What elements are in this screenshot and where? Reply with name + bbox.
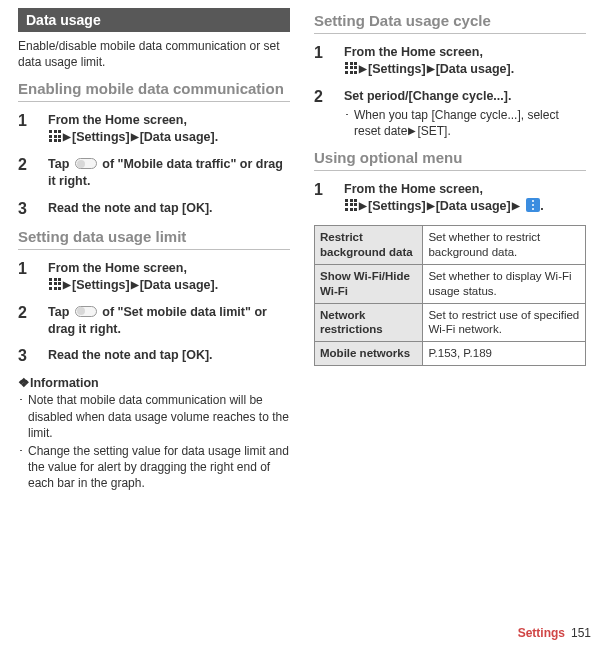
step-text: Read the note and tap [OK]. [48,200,290,217]
arrow-icon: ▶ [359,62,367,76]
info-text: Change the setting value for data usage … [28,443,290,492]
footer-section: Settings [518,626,565,640]
step-text: Read the note and tap [OK]. [48,347,290,364]
step-row: 2 Tap of "Mobile data traffic" or drag i… [18,156,290,190]
table-row: Restrict background data Set whether to … [315,225,586,264]
apps-grid-icon [345,62,357,74]
path-settings: [Settings] [72,130,130,144]
step-number: 2 [18,304,48,338]
menu-icon [526,198,540,212]
step-pre: From the Home screen, [48,261,187,275]
bullet-icon: ･ [344,107,354,139]
arrow-icon: ▶ [427,199,435,213]
section-enabling-title: Enabling mobile data communication [18,80,290,102]
step-pre: From the Home screen, [344,182,483,196]
apps-grid-icon [49,130,61,142]
arrow-icon: ▶ [131,130,139,144]
information-item: ･ Note that mobile data communication wi… [18,392,290,441]
arrow-icon: ▶ [63,278,71,292]
step-number: 1 [18,260,48,294]
step-row: 1 From the Home screen, ▶[Settings]▶[Dat… [18,260,290,294]
section-cycle-title: Setting Data usage cycle [314,12,586,34]
step-text: From the Home screen, ▶[Settings]▶[Data … [48,112,290,146]
step-number: 1 [314,44,344,78]
path-data-usage: [Data usage] [436,199,511,213]
arrow-icon: ▶ [427,62,435,76]
arrow-icon: ▶ [63,130,71,144]
toggle-icon [75,158,97,169]
apps-grid-icon [49,278,61,290]
path-settings: [Settings] [368,62,426,76]
option-desc: Set whether to restrict background data. [423,225,586,264]
information-item: ･ Change the setting value for data usag… [18,443,290,492]
option-desc: Set whether to display Wi-Fi usage statu… [423,264,586,303]
path-settings: [Settings] [368,199,426,213]
step-number: 2 [18,156,48,190]
toggle-icon [75,306,97,317]
step-text: From the Home screen, ▶[Settings]▶[Data … [48,260,290,294]
step-row: 1 From the Home screen, ▶[Settings]▶[Dat… [314,44,586,78]
apps-grid-icon [345,199,357,211]
option-desc: Set to restrict use of specified Wi-Fi n… [423,303,586,342]
step-text: From the Home screen, ▶[Settings]▶[Data … [344,44,586,78]
option-desc: P.153, P.189 [423,342,586,366]
arrow-icon: ▶ [131,278,139,292]
path-data-usage: [Data usage] [436,62,511,76]
option-label: Restrict background data [315,225,423,264]
table-row: Show Wi-Fi/Hide Wi-Fi Set whether to dis… [315,264,586,303]
path-settings: [Settings] [72,278,130,292]
info-text: Note that mobile data communication will… [28,392,290,441]
step-row: 1 From the Home screen, ▶[Settings]▶[Dat… [314,181,586,215]
arrow-icon: ▶ [512,199,520,213]
arrow-icon: ▶ [359,199,367,213]
option-label: Show Wi-Fi/Hide Wi-Fi [315,264,423,303]
option-label: Mobile networks [315,342,423,366]
bullet-icon: ･ [18,443,28,492]
step-number: 1 [18,112,48,146]
step-row: 2 Tap of "Set mobile data limit" or drag… [18,304,290,338]
sub-post: [SET]. [417,124,450,138]
step-row: 3 Read the note and tap [OK]. [18,200,290,218]
step-text: Set period/[Change cycle...]. [344,88,586,105]
sub-pre: When you tap [Change cycle...], select r… [354,108,559,138]
step-pre: From the Home screen, [48,113,187,127]
table-row: Network restrictions Set to restrict use… [315,303,586,342]
step-row: 1 From the Home screen, ▶[Settings]▶[Dat… [18,112,290,146]
intro-text: Enable/disable mobile data communication… [18,38,290,70]
path-data-usage: [Data usage] [140,278,215,292]
information-heading: ❖Information [18,375,290,390]
step-post: . [215,278,218,292]
table-row: Mobile networks P.153, P.189 [315,342,586,366]
step-row: 3 Read the note and tap [OK]. [18,347,290,365]
step-subtext: ･ When you tap [Change cycle...], select… [344,107,586,139]
section-limit-title: Setting data usage limit [18,228,290,250]
step-text: Tap of "Set mobile data limit" or drag i… [48,304,290,338]
step-number: 2 [314,88,344,139]
option-label: Network restrictions [315,303,423,342]
step-row: 2 Set period/[Change cycle...]. ･ When y… [314,88,586,139]
arrow-icon: ▶ [408,124,416,138]
step-number: 3 [18,200,48,218]
step-text: From the Home screen, ▶[Settings]▶[Data … [344,181,586,215]
bullet-icon: ･ [18,392,28,441]
options-table: Restrict background data Set whether to … [314,225,586,367]
step-post: . [511,62,514,76]
section-optional-title: Using optional menu [314,149,586,171]
path-data-usage: [Data usage] [140,130,215,144]
step-number: 1 [314,181,344,215]
step-text: Tap of "Mobile data traffic" or drag it … [48,156,290,190]
step-number: 3 [18,347,48,365]
step-post: . [215,130,218,144]
step-pre: From the Home screen, [344,45,483,59]
page-header: Data usage [18,8,290,32]
page-footer: Settings151 [518,626,591,640]
footer-page-number: 151 [571,626,591,640]
